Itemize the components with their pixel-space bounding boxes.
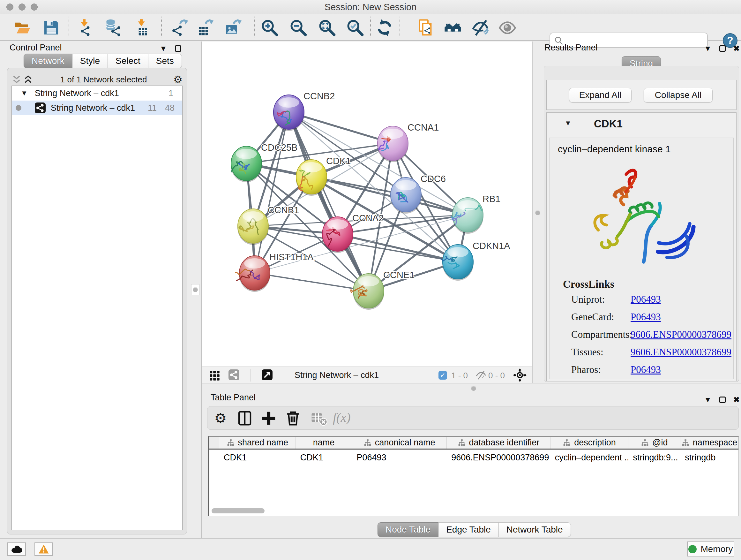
node-table[interactable]: shared namenamecanonical namedatabase id…: [208, 436, 739, 516]
cloud-status-button[interactable]: [7, 543, 26, 556]
crosslink-link[interactable]: 9606.ENSP00000378699: [630, 329, 731, 340]
open-session-icon[interactable]: [13, 19, 31, 37]
table-cell[interactable]: stringdb:9...: [628, 450, 680, 464]
results-panel-menu-icon[interactable]: ▼: [704, 45, 712, 52]
table-panel-divider[interactable]: [202, 383, 741, 393]
show-all-networks-icon[interactable]: [444, 19, 462, 37]
results-entry-header[interactable]: ▼ CDK1: [547, 113, 736, 135]
export-image-icon[interactable]: [225, 19, 243, 37]
table-cell[interactable]: P06493: [352, 450, 447, 464]
table-panel-menu-icon[interactable]: ▼: [704, 396, 712, 403]
column-header-database-identifier[interactable]: database identifier: [447, 437, 550, 449]
window-minimize-button[interactable]: [18, 3, 25, 10]
warning-status-button[interactable]: [35, 543, 53, 556]
results-expand-collapse-row: Expand All Collapse All: [546, 80, 737, 110]
clone-network-icon[interactable]: [417, 19, 434, 37]
table-panel-close-icon[interactable]: ✖: [733, 396, 740, 403]
create-column-plus-icon[interactable]: [260, 410, 277, 427]
network-row[interactable]: String Network – cdk1 11 48: [12, 101, 182, 115]
collapse-all-icon[interactable]: [11, 74, 22, 84]
memory-button[interactable]: Memory: [687, 542, 734, 557]
tab-edge-table[interactable]: Edge Table: [439, 522, 499, 537]
show-hidden-icon[interactable]: [498, 19, 516, 37]
entry-gene-name: CDK1: [594, 118, 623, 130]
expand-all-button[interactable]: Expand All: [569, 88, 631, 103]
tab-select[interactable]: Select: [108, 54, 148, 68]
window-zoom-button[interactable]: [30, 3, 38, 10]
divider-handle[interactable]: [193, 287, 198, 292]
control-panel-divider[interactable]: [189, 42, 202, 538]
edge-RB1-HIST1H1A[interactable]: [255, 215, 468, 273]
crosslink-link[interactable]: P06493: [630, 364, 661, 375]
selected-nodes-checkbox-icon[interactable]: ✓: [439, 371, 447, 380]
pan-crosshair-icon[interactable]: [513, 368, 527, 382]
control-panel-float-icon[interactable]: [175, 45, 181, 52]
show-column-icon[interactable]: [236, 410, 253, 427]
crosslink-link[interactable]: P06493: [630, 311, 661, 323]
expand-all-icon[interactable]: [22, 74, 34, 84]
node-RB1[interactable]: RB1: [451, 194, 501, 234]
export-table-icon[interactable]: [197, 19, 215, 37]
tab-network-table[interactable]: Network Table: [499, 522, 571, 537]
table-cell[interactable]: cyclin–dependent ...: [550, 450, 629, 464]
zoom-fit-content-icon[interactable]: [318, 19, 336, 37]
window-close-button[interactable]: [6, 3, 13, 10]
import-table-from-file-icon[interactable]: [132, 19, 150, 37]
import-network-from-file-icon[interactable]: [75, 19, 93, 37]
zoom-in-icon[interactable]: [261, 19, 279, 37]
crosslink-label: Pharos:: [571, 364, 601, 375]
table-panel-float-icon[interactable]: [719, 396, 726, 403]
results-panel-divider[interactable]: [532, 42, 543, 383]
collection-disclosure-triangle-icon[interactable]: ▼: [21, 89, 28, 98]
hide-selected-icon[interactable]: [471, 19, 489, 37]
birds-eye-view-icon[interactable]: [262, 369, 273, 380]
control-panel-menu-icon[interactable]: ▼: [159, 45, 167, 52]
table-cell[interactable]: 9606.ENSP00000378699: [447, 450, 550, 464]
import-network-from-database-icon[interactable]: [105, 19, 122, 37]
column-header-canonical-name[interactable]: canonical name: [352, 437, 447, 449]
save-session-icon[interactable]: [42, 19, 60, 37]
table-cell[interactable]: CDK1: [296, 450, 352, 464]
delete-column-trash-icon[interactable]: [284, 410, 301, 427]
memory-ok-dot-icon: [688, 545, 697, 553]
table-cell[interactable]: stringdb: [680, 450, 738, 464]
crosslink-link[interactable]: P06493: [630, 294, 661, 305]
zoom-selected-icon[interactable]: [346, 19, 364, 37]
zoom-out-icon[interactable]: [289, 19, 307, 37]
grid-view-icon[interactable]: [209, 370, 220, 381]
network-share-view-icon[interactable]: [228, 369, 239, 380]
node-CCNB1[interactable]: CCNB1: [238, 205, 299, 245]
network-canvas[interactable]: CCNB2CCNA1CDC25BCDK1CDC6RB1CCNB1CCNA2CDK…: [202, 42, 532, 367]
crosslink-link[interactable]: 9606.ENSP00000378699: [630, 347, 731, 358]
divider-handle[interactable]: [535, 210, 540, 215]
column-header-description[interactable]: description: [550, 437, 629, 449]
node-CDKN1A[interactable]: CDKN1A: [441, 241, 511, 281]
results-panel-close-icon[interactable]: ✖: [733, 45, 740, 52]
table-cell[interactable]: CDK1: [219, 450, 296, 464]
export-network-icon[interactable]: [172, 19, 189, 37]
node-HIST1H1A[interactable]: HIST1H1A: [235, 252, 314, 292]
tab-sets[interactable]: Sets: [148, 54, 182, 68]
control-panel-title: Control Panel: [10, 43, 62, 53]
column-header-namespace[interactable]: namespace: [680, 437, 738, 449]
network-collection-row[interactable]: ▼ String Network – cdk1 1: [12, 86, 182, 101]
results-panel-float-icon[interactable]: [719, 45, 726, 52]
tab-network[interactable]: Network: [23, 54, 72, 68]
collapse-all-button[interactable]: Collapse All: [644, 88, 713, 103]
divider-handle[interactable]: [471, 386, 476, 391]
update-network-icon[interactable]: [376, 19, 394, 37]
edge-CCNB2-CCNA1[interactable]: [289, 112, 393, 143]
entry-disclosure-triangle-icon[interactable]: ▼: [564, 119, 571, 127]
column-header-label: namespace: [693, 438, 738, 448]
network-list-options-gear-icon[interactable]: ⚙: [173, 73, 183, 85]
tab-style[interactable]: Style: [72, 54, 108, 68]
column-header-shared-name[interactable]: shared name: [219, 437, 296, 449]
column-header-name[interactable]: name: [296, 437, 352, 449]
table-horizontal-scrollbar[interactable]: [212, 508, 265, 513]
tab-node-table[interactable]: Node Table: [378, 522, 439, 537]
node-CCNA1[interactable]: CCNA1: [377, 122, 439, 162]
table-options-gear-icon[interactable]: ⚙: [212, 410, 229, 427]
network-row-label: String Network – cdk1: [51, 103, 135, 113]
column-header--id[interactable]: @id: [628, 437, 680, 449]
toolbar-separator: [400, 17, 400, 38]
